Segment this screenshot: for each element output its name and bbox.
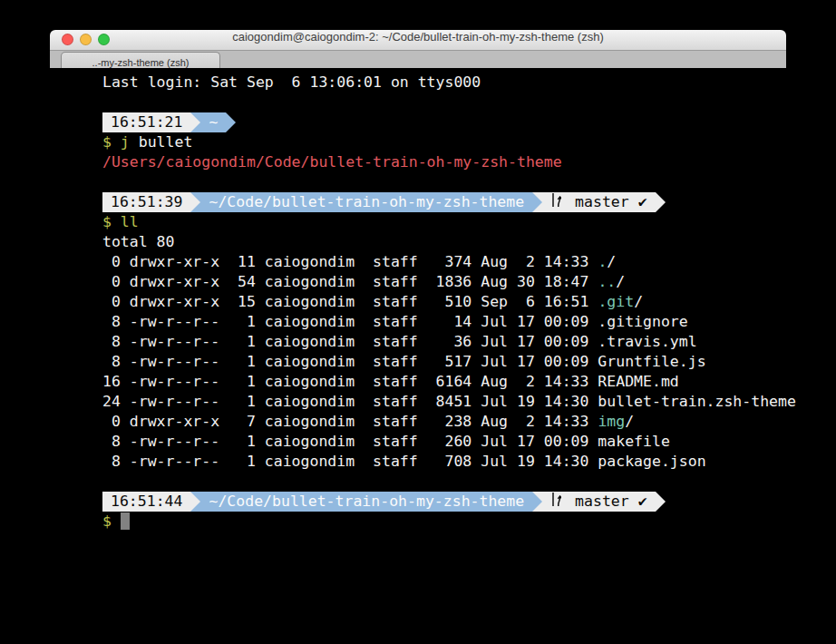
terminal-text-span: 8 -rw-r--r-- 1 caiogondim staff 708 Jul … [102,453,706,470]
prompt-time-segment: 16:51:21 [102,112,190,132]
file-row: 8 -rw-r--r-- 1 caiogondim staff 517 Jul … [102,352,786,372]
powerline-arrow-icon [656,492,666,512]
powerline-arrow-triangle [226,112,236,132]
git-branch-icon [550,192,561,213]
terminal-text-span: .git [598,293,634,310]
powerline-arrow-triangle [190,192,200,212]
terminal-line: $ j bullet [102,132,786,152]
file-row: 0 drwxr-xr-x 11 caiogondim staff 374 Aug… [102,252,786,272]
terminal-text-span: bullet [130,133,193,151]
terminal-text-span: 24 -rw-r--r-- 1 caiogondim staff 8451 Ju… [102,393,796,410]
prompt-time-segment: 16:51:44 [102,492,190,512]
terminal-text-span: 8 -rw-r--r-- 1 caiogondim staff 14 Jul 1… [102,313,688,330]
terminal-text-span: / [607,253,616,270]
terminal-text-span: / [634,293,643,310]
git-branch-icon [550,492,561,512]
prompt-line: 16:51:21~ [102,112,786,132]
terminal-text-span: . [598,253,607,270]
prompt-git-segment: master ✔ [542,192,655,212]
window-title: caiogondim@caiogondim-2: ~/Code/bullet-t… [50,30,786,44]
terminal-line [102,172,786,192]
powerline-arrow-icon [190,492,200,512]
git-branch-name: master [566,492,637,512]
file-row: 8 -rw-r--r-- 1 caiogondim staff 708 Jul … [102,452,786,472]
powerline-arrow-triangle [656,192,666,212]
terminal-line: $ ll [102,212,786,232]
file-row: 24 -rw-r--r-- 1 caiogondim staff 8451 Ju… [102,392,786,412]
prompt-path-segment: ~/Code/bullet-train-oh-my-zsh-theme [200,492,532,512]
file-row: 8 -rw-r--r-- 1 caiogondim staff 260 Jul … [102,432,786,452]
terminal-text-span: 8 -rw-r--r-- 1 caiogondim staff 36 Jul 1… [102,333,697,350]
terminal-text-span: .. [598,273,616,290]
terminal-line: $ [102,512,786,532]
tab-bar: ..-my-zsh-theme (zsh) [50,51,786,70]
file-row: 8 -rw-r--r-- 1 caiogondim staff 14 Jul 1… [102,312,786,332]
window-controls [62,34,110,45]
terminal-line: /Users/caiogondim/Code/bullet-train-oh-m… [102,152,786,172]
terminal-text-span: total 80 [102,233,174,250]
git-clean-check-icon: ✔ [638,492,647,512]
terminal-text-span: /Users/caiogondim/Code/bullet-train-oh-m… [102,153,562,171]
powerline-arrow-icon [656,192,666,212]
powerline-arrow-triangle [532,192,542,212]
terminal-text-span: 0 drwxr-xr-x 54 caiogondim staff 1836 Au… [102,273,598,290]
terminal-text-span: 8 -rw-r--r-- 1 caiogondim staff 260 Jul … [102,433,670,450]
file-row: 8 -rw-r--r-- 1 caiogondim staff 36 Jul 1… [102,332,786,352]
terminal-text-span: / [616,273,625,290]
terminal-window: caiogondim@caiogondim-2: ~/Code/bullet-t… [50,30,786,70]
terminal-text-span: $ j [102,133,130,151]
terminal-body[interactable]: Last login: Sat Sep 6 13:06:01 on ttys00… [50,68,786,644]
zoom-button[interactable] [98,34,110,45]
powerline-arrow-triangle [190,112,200,132]
prompt-line: 16:51:39~/Code/bullet-train-oh-my-zsh-th… [102,192,786,212]
terminal-text-span: $ ll [102,213,139,230]
prompt-time-segment: 16:51:39 [102,192,190,212]
powerline-arrow-icon [190,112,200,132]
git-clean-check-icon: ✔ [638,192,647,212]
git-branch-name: master [566,192,637,212]
prompt-path-segment: ~/Code/bullet-train-oh-my-zsh-theme [200,192,532,212]
powerline-arrow-icon [190,192,200,212]
powerline-arrow-triangle [656,492,666,512]
terminal-line [102,472,786,492]
tab-active[interactable]: ..-my-zsh-theme (zsh) [61,52,220,69]
terminal-line [102,93,786,112]
powerline-arrow-triangle [190,492,200,512]
powerline-arrow-icon [532,192,542,212]
powerline-arrow-triangle [532,492,542,512]
terminal-line: total 80 [102,232,786,252]
prompt-path-segment: ~ [200,112,226,132]
powerline-arrow-icon [532,492,542,512]
terminal-text-span: / [625,413,634,430]
close-button[interactable] [62,34,73,45]
text-cursor [121,512,130,530]
terminal-text-span: $ [102,512,121,530]
prompt-git-segment: master ✔ [542,492,655,512]
file-row: 16 -rw-r--r-- 1 caiogondim staff 6164 Au… [102,372,786,392]
terminal-text-span: 0 drwxr-xr-x 11 caiogondim staff 374 Aug… [102,253,598,270]
file-row: 0 drwxr-xr-x 15 caiogondim staff 510 Sep… [102,292,786,312]
terminal-text-span: 16 -rw-r--r-- 1 caiogondim staff 6164 Au… [102,373,679,390]
terminal-text-span: 8 -rw-r--r-- 1 caiogondim staff 517 Jul … [102,353,706,370]
terminal-text-span: 0 drwxr-xr-x 15 caiogondim staff 510 Sep… [102,293,598,310]
file-row: 0 drwxr-xr-x 7 caiogondim staff 238 Aug … [102,412,786,432]
terminal-text-span: 0 drwxr-xr-x 7 caiogondim staff 238 Aug … [102,413,598,430]
terminal-text-span: img [598,413,625,430]
terminal-text-span: Last login: Sat Sep 6 13:06:01 on ttys00… [102,73,481,91]
file-row: 0 drwxr-xr-x 54 caiogondim staff 1836 Au… [102,272,786,292]
minimize-button[interactable] [80,34,92,45]
tab-label: ..-my-zsh-theme (zsh) [92,57,190,68]
prompt-line: 16:51:44~/Code/bullet-train-oh-my-zsh-th… [102,492,786,512]
terminal-line: Last login: Sat Sep 6 13:06:01 on ttys00… [102,73,786,93]
powerline-arrow-icon [226,112,236,132]
window-titlebar[interactable]: caiogondim@caiogondim-2: ~/Code/bullet-t… [50,30,786,51]
